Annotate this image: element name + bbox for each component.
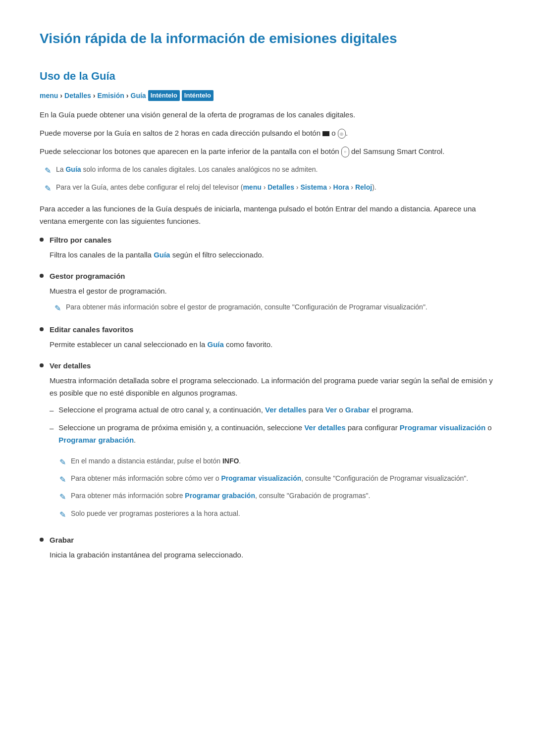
intro-paragraph-1: En la Guía puede obtener una visión gene… bbox=[40, 109, 495, 121]
note-2-detalles-link[interactable]: Detalles bbox=[268, 183, 294, 191]
bullet-content-filtro: Filtra los canales de la pantalla Guía s… bbox=[50, 249, 495, 261]
bullet-dot-filtro bbox=[40, 238, 44, 242]
breadcrumb-menu[interactable]: menu bbox=[40, 90, 58, 101]
subnote-icon-2: ✎ bbox=[59, 473, 66, 486]
breadcrumb-sep-1: › bbox=[60, 90, 62, 101]
page-title: Visión rápida de la información de emisi… bbox=[40, 30, 495, 48]
filtro-guia-link[interactable]: Guía bbox=[154, 251, 170, 259]
note-row-2: ✎ Para ver la Guía, antes debe configura… bbox=[45, 182, 495, 195]
subnote-icon-1: ✎ bbox=[59, 456, 66, 469]
note-text-1: La Guía solo informa de los canales digi… bbox=[56, 164, 318, 175]
breadcrumb-sep-3: › bbox=[126, 90, 129, 101]
subnote-icon-3: ✎ bbox=[59, 491, 66, 504]
gestor-note-icon: ✎ bbox=[54, 302, 61, 315]
dash2-programar-viz-link[interactable]: Programar visualización bbox=[400, 423, 485, 432]
dash-item-1: – Seleccione el programa actual de otro … bbox=[50, 404, 495, 417]
breadcrumb-intentelo-2[interactable]: Inténtelo bbox=[182, 90, 214, 101]
breadcrumb-intentelo-1[interactable]: Inténtelo bbox=[148, 90, 180, 101]
note-icon-2: ✎ bbox=[45, 182, 51, 195]
features-list: Filtro por canales Filtra los canales de… bbox=[40, 234, 495, 561]
bullet-content-ver-detalles: Muestra información detallada sobre el p… bbox=[50, 375, 495, 525]
subnote-row-4: ✎ Solo puede ver programas posteriores a… bbox=[59, 508, 468, 521]
bullet-label-gestor: Gestor programación bbox=[50, 270, 125, 282]
note-1-guia-link[interactable]: Guía bbox=[65, 165, 81, 173]
favoritos-guia-link[interactable]: Guía bbox=[208, 340, 224, 349]
bullet-dot-grabar bbox=[40, 538, 44, 542]
square-button-icon bbox=[322, 131, 329, 136]
breadcrumb-emision[interactable]: Emisión bbox=[97, 90, 124, 101]
list-item-gestor: Gestor programación Muestra el gestor de… bbox=[40, 270, 495, 315]
dash-1: – bbox=[50, 404, 54, 417]
dash2-ver-detalles-link[interactable]: Ver detalles bbox=[304, 423, 345, 432]
bullet-dot-favoritos bbox=[40, 327, 44, 331]
note-2-reloj-link[interactable]: Reloj bbox=[355, 183, 372, 191]
subnote-icon-4: ✎ bbox=[59, 508, 66, 521]
bullet-label-grabar: Grabar bbox=[50, 534, 74, 546]
dash-text-2: Seleccione un programa de próxima emisió… bbox=[58, 422, 495, 447]
bullet-label-favoritos: Editar canales favoritos bbox=[50, 324, 133, 336]
gestor-note-text: Para obtener más información sobre el ge… bbox=[66, 302, 428, 312]
list-item-ver-detalles: Ver detalles Muestra información detalla… bbox=[40, 360, 495, 525]
section-title: Uso de la Guía bbox=[40, 67, 495, 85]
list-item-grabar: Grabar Inicia la grabación instantánea d… bbox=[40, 534, 495, 561]
dash1-ver-link[interactable]: Ver bbox=[325, 405, 337, 414]
subnote-text-2: Para obtener más información sobre cómo … bbox=[71, 473, 468, 484]
list-item-filtro: Filtro por canales Filtra los canales de… bbox=[40, 234, 495, 261]
note-row-1: ✎ La Guía solo informa de los canales di… bbox=[45, 164, 495, 177]
note-text-2: Para ver la Guía, antes debe configurar … bbox=[56, 182, 376, 193]
dash-item-2: – Seleccione un programa de próxima emis… bbox=[50, 422, 495, 525]
list-item-favoritos: Editar canales favoritos Permite estable… bbox=[40, 324, 495, 351]
bullet-label-ver-detalles: Ver detalles bbox=[50, 360, 91, 372]
intro-paragraph-3: Puede seleccionar los botones que aparec… bbox=[40, 146, 495, 158]
dash1-ver-detalles-link[interactable]: Ver detalles bbox=[265, 405, 306, 414]
remote-circle-icon: ○ bbox=[341, 147, 349, 157]
dash-text-1: Seleccione el programa actual de otro ca… bbox=[58, 404, 413, 416]
intro-paragraph-2: Puede moverse por la Guía en saltos de 2… bbox=[40, 127, 495, 140]
bullet-dot-gestor bbox=[40, 274, 44, 278]
subnote-text-3: Para obtener más información sobre Progr… bbox=[71, 490, 370, 501]
breadcrumb: menu › Detalles › Emisión › Guía Inténte… bbox=[40, 90, 495, 101]
bullet-content-gestor: Muestra el gestor de programación. ✎ Par… bbox=[50, 285, 495, 315]
subnote-text-4: Solo puede ver programas posteriores a l… bbox=[71, 508, 240, 519]
bullet-content-grabar: Inicia la grabación instantánea del prog… bbox=[50, 549, 495, 561]
subnote3-programar-grab-link[interactable]: Programar grabación bbox=[185, 492, 255, 500]
dash2-programar-grab-link[interactable]: Programar grabación bbox=[58, 436, 134, 444]
dash2-subnotes: ✎ En el mando a distancia estándar, puls… bbox=[59, 455, 468, 526]
bullet-content-favoritos: Permite establecer un canal seleccionado… bbox=[50, 339, 495, 351]
remote-icon: ◎ bbox=[338, 129, 346, 139]
subnote-row-3: ✎ Para obtener más información sobre Pro… bbox=[59, 490, 468, 504]
breadcrumb-sep-2: › bbox=[93, 90, 96, 101]
note-icon-1: ✎ bbox=[45, 164, 51, 177]
subnote-row-1: ✎ En el mando a distancia estándar, puls… bbox=[59, 455, 468, 469]
note-2-sistema-link[interactable]: Sistema bbox=[300, 183, 327, 191]
gestor-note-row: ✎ Para obtener más información sobre el … bbox=[54, 302, 495, 315]
bullet-label-filtro: Filtro por canales bbox=[50, 234, 111, 246]
bullet-dot-ver-detalles bbox=[40, 363, 44, 367]
intro-paragraph-4: Para acceder a las funciones de la Guía … bbox=[40, 203, 495, 228]
note-2-hora-link[interactable]: Hora bbox=[333, 183, 349, 191]
note-2-menu-link[interactable]: menu bbox=[243, 183, 261, 191]
breadcrumb-detalles[interactable]: Detalles bbox=[64, 90, 91, 101]
ver-detalles-dash-list: – Seleccione el programa actual de otro … bbox=[50, 404, 495, 525]
subnote-text-1: En el mando a distancia estándar, pulse … bbox=[71, 455, 241, 466]
dash-2: – bbox=[50, 422, 54, 435]
dash1-grabar-link[interactable]: Grabar bbox=[345, 405, 370, 414]
subnote2-programar-viz-link[interactable]: Programar visualización bbox=[221, 474, 301, 482]
subnote-row-2: ✎ Para obtener más información sobre cóm… bbox=[59, 473, 468, 486]
breadcrumb-guia[interactable]: Guía bbox=[131, 90, 146, 101]
